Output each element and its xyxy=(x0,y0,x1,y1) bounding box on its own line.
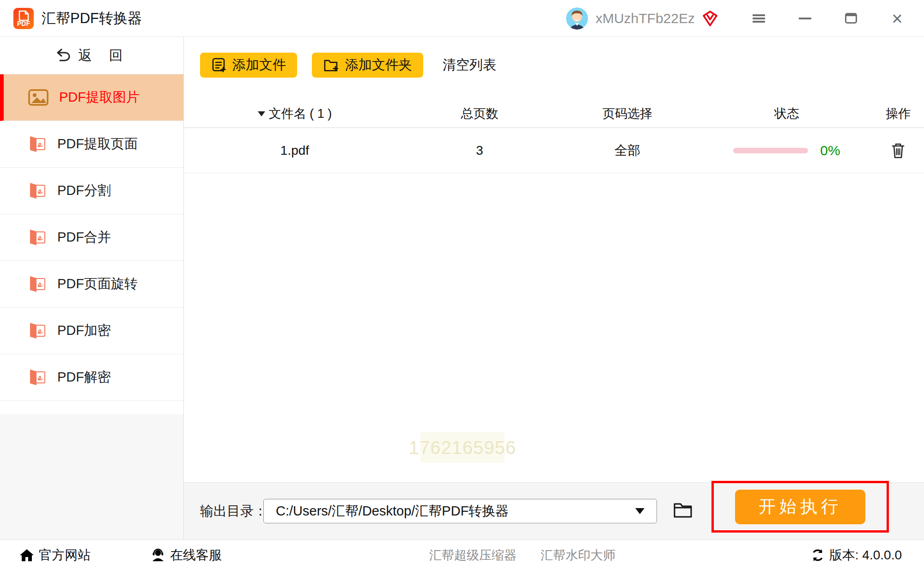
sidebar-item-pdf-rotate[interactable]: PDF页面旋转 xyxy=(0,261,183,308)
app-shell: 返 回 PDF提取图片 PDF提取页面 xyxy=(0,37,924,540)
progress-bar xyxy=(733,148,808,153)
sidebar-filler xyxy=(0,401,183,414)
app-logo-pdf-icon: PDF xyxy=(13,7,34,30)
user-avatar[interactable] xyxy=(566,7,588,30)
pdf-book-icon xyxy=(28,368,47,387)
maximize-button[interactable] xyxy=(837,5,865,32)
browse-folder-button[interactable] xyxy=(672,500,694,521)
close-button[interactable]: × xyxy=(883,5,911,32)
folder-icon xyxy=(672,500,694,520)
version-label: 版本: 4.0.0.0 xyxy=(829,546,902,564)
row-filename: 1.pdf xyxy=(184,143,406,158)
pdf-book-icon xyxy=(28,135,47,153)
titlebar: PDF 汇帮PDF转换器 xMUzhTFb22Ez × xyxy=(0,0,924,37)
sidebar-item-pdf-extract-image[interactable]: PDF提取图片 xyxy=(0,74,183,121)
column-header-pages: 总页数 xyxy=(406,105,553,122)
sidebar-item-label: PDF提取图片 xyxy=(59,88,140,107)
sidebar-item-label: PDF提取页面 xyxy=(57,135,138,153)
pdf-book-icon xyxy=(28,182,47,200)
app-title: 汇帮PDF转换器 xyxy=(42,9,142,28)
official-site-label: 官方网站 xyxy=(39,546,91,564)
online-service-link[interactable]: 在线客服 xyxy=(151,546,222,564)
vip-badge-icon[interactable] xyxy=(701,10,719,27)
sidebar-item-label: PDF加密 xyxy=(57,321,111,340)
output-dir-path: C:/Users/汇帮/Desktop/汇帮PDF转换器 xyxy=(276,502,635,521)
trash-icon xyxy=(891,142,906,159)
table-header: 文件名 ( 1 ) 总页数 页码选择 状态 操作 xyxy=(184,100,924,128)
add-file-button[interactable]: 添加文件 xyxy=(200,53,297,78)
back-button[interactable]: 返 回 xyxy=(0,37,183,74)
sidebar-item-pdf-merge[interactable]: PDF合并 xyxy=(0,214,183,261)
add-folder-button[interactable]: 添加文件夹 xyxy=(312,53,423,78)
footer: 官方网站 在线客服 汇帮超级压缩器 汇帮水印大师 版本: 4.0.0.0 xyxy=(0,540,924,570)
pdf-book-icon xyxy=(28,321,47,340)
main-content: 添加文件 添加文件夹 清空列表 文件名 ( 1 ) 总页数 页码选择 状态 xyxy=(184,37,924,540)
back-arrow-icon xyxy=(54,49,71,62)
output-dir-label: 输出目录： xyxy=(200,483,267,540)
highlight-annotation-box: 开始执行 xyxy=(711,481,889,533)
column-header-action: 操作 xyxy=(872,105,924,122)
row-pages: 3 xyxy=(406,143,553,158)
progress-percent: 0% xyxy=(820,143,840,158)
row-action xyxy=(872,142,924,159)
toolbar: 添加文件 添加文件夹 清空列表 xyxy=(200,53,496,78)
sidebar-item-label: PDF分割 xyxy=(57,182,111,200)
sidebar-item-pdf-split[interactable]: PDF分割 xyxy=(0,168,183,214)
output-dir-dropdown[interactable]: C:/Users/汇帮/Desktop/汇帮PDF转换器 xyxy=(263,499,657,523)
delete-row-button[interactable] xyxy=(891,142,906,159)
sort-caret-icon xyxy=(258,111,265,116)
menu-icon[interactable] xyxy=(745,5,772,32)
online-service-label: 在线客服 xyxy=(170,546,222,564)
clear-list-button[interactable]: 清空列表 xyxy=(443,56,496,74)
refresh-icon[interactable] xyxy=(811,548,825,562)
start-execute-button[interactable]: 开始执行 xyxy=(735,490,865,524)
pdf-book-icon xyxy=(28,275,47,293)
customer-service-icon xyxy=(151,548,165,563)
sidebar-item-pdf-encrypt[interactable]: PDF加密 xyxy=(0,308,183,354)
sidebar-item-label: PDF页面旋转 xyxy=(57,275,138,293)
add-file-icon xyxy=(211,57,227,73)
column-header-page-select: 页码选择 xyxy=(553,105,701,122)
row-status: 0% xyxy=(701,143,872,158)
column-header-filename[interactable]: 文件名 ( 1 ) xyxy=(184,105,406,122)
sidebar-item-pdf-decrypt[interactable]: PDF解密 xyxy=(0,354,183,401)
watermark: 1762165956 xyxy=(420,432,505,463)
sidebar-item-pdf-extract-page[interactable]: PDF提取页面 xyxy=(0,121,183,168)
pdf-book-icon xyxy=(28,228,47,247)
dropdown-caret-icon xyxy=(635,508,644,514)
column-header-status: 状态 xyxy=(701,105,872,122)
sidebar-filler-gray xyxy=(0,414,183,540)
svg-text:PDF: PDF xyxy=(17,20,30,27)
home-icon xyxy=(19,548,34,562)
product-link-compressor[interactable]: 汇帮超级压缩器 xyxy=(429,547,517,564)
sidebar-item-label: PDF解密 xyxy=(57,368,111,387)
version-info: 版本: 4.0.0.0 xyxy=(811,546,902,564)
sidebar-item-label: PDF合并 xyxy=(57,228,111,247)
image-icon xyxy=(28,88,49,107)
back-label: 返 回 xyxy=(78,46,129,65)
minimize-button[interactable] xyxy=(791,5,819,32)
official-site-link[interactable]: 官方网站 xyxy=(19,546,91,564)
product-link-watermark[interactable]: 汇帮水印大师 xyxy=(541,547,615,564)
sidebar: 返 回 PDF提取图片 PDF提取页面 xyxy=(0,37,184,540)
add-folder-icon xyxy=(323,57,340,73)
username[interactable]: xMUzhTFb22Ez xyxy=(596,11,695,26)
add-folder-label: 添加文件夹 xyxy=(345,56,412,74)
add-file-label: 添加文件 xyxy=(232,56,286,74)
table-row[interactable]: 1.pdf 3 全部 0% xyxy=(184,128,924,173)
row-page-select[interactable]: 全部 xyxy=(553,142,701,159)
